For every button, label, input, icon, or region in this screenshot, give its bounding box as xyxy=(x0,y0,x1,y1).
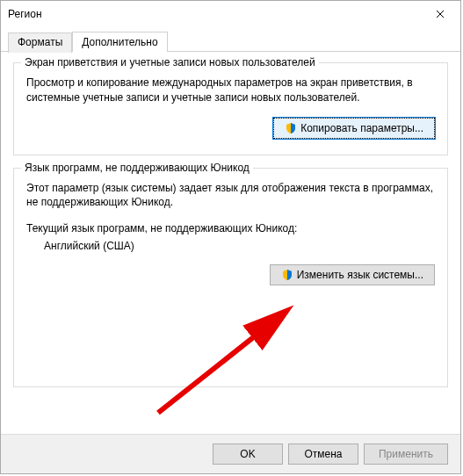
welcome-screen-legend: Экран приветствия и учетные записи новых… xyxy=(21,56,319,69)
titlebar: Регион xyxy=(1,1,460,27)
window-title: Регион xyxy=(8,8,42,20)
change-system-locale-label: Изменить язык системы... xyxy=(297,269,423,281)
region-dialog: Регион Форматы Дополнительно Экран приве… xyxy=(0,0,461,474)
cancel-button[interactable]: Отмена xyxy=(288,444,358,465)
welcome-screen-description: Просмотр и копирование международных пар… xyxy=(26,76,435,105)
dialog-footer: OK Отмена Применить xyxy=(1,434,460,473)
non-unicode-legend: Язык программ, не поддерживающих Юникод xyxy=(21,162,253,174)
tab-formats[interactable]: Форматы xyxy=(8,32,72,53)
apply-button[interactable]: Применить xyxy=(364,444,448,465)
shield-icon xyxy=(285,122,297,134)
current-language-value: Английский (США) xyxy=(44,240,435,252)
non-unicode-group: Язык программ, не поддерживающих Юникод … xyxy=(13,168,448,387)
close-icon xyxy=(436,10,445,18)
change-system-locale-button[interactable]: Изменить язык системы... xyxy=(270,264,435,285)
ok-button[interactable]: OK xyxy=(213,444,283,465)
current-language-label: Текущий язык программ, не поддерживающих… xyxy=(26,222,435,234)
close-button[interactable] xyxy=(420,1,460,27)
tab-content: Экран приветствия и учетные записи новых… xyxy=(1,52,460,434)
tab-strip: Форматы Дополнительно xyxy=(1,27,460,52)
welcome-screen-group: Экран приветствия и учетные записи новых… xyxy=(13,62,448,155)
tab-advanced[interactable]: Дополнительно xyxy=(72,32,167,52)
copy-settings-label: Копировать параметры... xyxy=(300,122,423,134)
copy-settings-button[interactable]: Копировать параметры... xyxy=(273,118,435,139)
non-unicode-description: Этот параметр (язык системы) задает язык… xyxy=(26,181,435,211)
shield-icon xyxy=(281,269,293,281)
